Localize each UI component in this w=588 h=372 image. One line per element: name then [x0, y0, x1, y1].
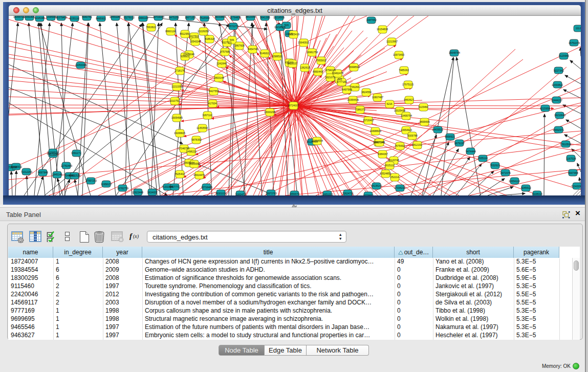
svg-text:(x): (x) — [133, 233, 139, 239]
svg-text:9129966: 9129966 — [559, 54, 569, 57]
svg-text:12213393: 12213393 — [171, 85, 183, 88]
svg-text:9115460: 9115460 — [418, 105, 428, 108]
svg-text:15640910: 15640910 — [298, 41, 309, 44]
svg-text:417004: 417004 — [208, 102, 217, 105]
svg-text:16154838: 16154838 — [377, 28, 388, 31]
svg-text:8958921: 8958921 — [445, 135, 455, 138]
svg-text:7675692: 7675692 — [395, 144, 405, 147]
svg-text:22782489: 22782489 — [61, 164, 72, 167]
svg-text:16033809: 16033809 — [214, 16, 226, 18]
svg-text:16998543: 16998543 — [349, 65, 360, 69]
svg-text:1588520: 1588520 — [272, 55, 282, 58]
svg-text:9699695: 9699695 — [420, 120, 430, 123]
svg-text:18300295: 18300295 — [264, 111, 275, 114]
svg-text:0812191: 0812191 — [412, 143, 422, 146]
svg-text:1167534: 1167534 — [566, 157, 576, 160]
svg-text:9146821: 9146821 — [259, 52, 270, 55]
svg-text:15751074: 15751074 — [569, 41, 580, 45]
svg-text:15716485: 15716485 — [201, 186, 212, 189]
svg-text:8813054: 8813054 — [246, 16, 256, 18]
svg-text:2935114: 2935114 — [477, 157, 487, 160]
svg-text:21053346: 21053346 — [75, 63, 86, 67]
svg-text:8108013: 8108013 — [532, 192, 542, 195]
svg-text:20364436: 20364436 — [347, 98, 359, 101]
svg-text:2867608: 2867608 — [234, 44, 245, 47]
svg-text:2087652: 2087652 — [366, 18, 377, 21]
svg-text:5641395: 5641395 — [260, 16, 270, 19]
svg-text:7485063: 7485063 — [399, 69, 409, 72]
svg-text:12213967: 12213967 — [386, 40, 398, 43]
svg-text:16648784: 16648784 — [449, 51, 460, 54]
svg-text:10807487: 10807487 — [372, 96, 383, 99]
svg-text:10719188: 10719188 — [153, 16, 164, 18]
svg-text:1338908: 1338908 — [46, 16, 56, 18]
svg-text:20091406: 20091406 — [24, 16, 35, 18]
svg-text:3572274: 3572274 — [228, 25, 238, 28]
svg-text:13226058: 13226058 — [198, 30, 209, 33]
svg-text:11325419: 11325419 — [288, 33, 299, 36]
svg-text:8495931: 8495931 — [96, 17, 106, 20]
svg-text:506: 506 — [285, 24, 289, 27]
svg-text:3824554: 3824554 — [361, 91, 372, 94]
svg-text:17810504: 17810504 — [560, 143, 571, 146]
svg-text:8471676: 8471676 — [500, 171, 511, 174]
svg-text:4235116: 4235116 — [69, 17, 79, 20]
svg-text:8990443: 8990443 — [313, 70, 323, 73]
svg-text:3218196: 3218196 — [34, 16, 45, 19]
svg-text:1615112: 1615112 — [384, 164, 394, 167]
svg-text:7955812: 7955812 — [316, 59, 326, 62]
svg-text:9227342: 9227342 — [554, 69, 564, 72]
svg-text:14136141: 14136141 — [371, 184, 382, 187]
svg-text:16671355: 16671355 — [185, 16, 196, 19]
svg-text:16210643: 16210643 — [554, 114, 565, 117]
svg-text:15692971: 15692971 — [553, 128, 564, 132]
svg-text:18724007: 18724007 — [288, 104, 299, 107]
svg-text:8912950: 8912950 — [180, 32, 190, 35]
svg-text:49696532: 49696532 — [11, 165, 22, 168]
svg-text:17334216: 17334216 — [394, 186, 405, 189]
svg-text:32764835: 32764835 — [230, 16, 241, 19]
svg-text:16782759: 16782759 — [117, 187, 128, 190]
svg-text:5940781: 5940781 — [82, 16, 92, 18]
svg-text:16120746: 16120746 — [388, 159, 399, 162]
svg-text:17957253: 17957253 — [85, 179, 97, 182]
svg-text:7632621: 7632621 — [490, 164, 500, 167]
svg-text:1498222: 1498222 — [186, 150, 197, 153]
svg-text:19166825: 19166825 — [174, 132, 185, 135]
svg-text:7663822: 7663822 — [146, 26, 156, 29]
svg-text:6475255: 6475255 — [169, 16, 179, 19]
svg-text:19054985: 19054985 — [171, 116, 183, 119]
svg-text:1845146: 1845146 — [52, 173, 62, 176]
svg-text:9777169: 9777169 — [337, 80, 347, 83]
svg-text:48932528: 48932528 — [69, 174, 80, 177]
svg-text:6773602: 6773602 — [363, 194, 374, 195]
svg-text:11353594: 11353594 — [197, 126, 208, 129]
svg-text:14409511: 14409511 — [432, 128, 443, 131]
svg-text:20206526: 20206526 — [47, 151, 58, 154]
svg-text:36193990: 36193990 — [189, 162, 200, 165]
svg-text:11958157: 11958157 — [101, 183, 112, 186]
svg-text:15276022: 15276022 — [123, 16, 135, 19]
svg-text:72343098: 72343098 — [571, 185, 581, 188]
svg-text:8660124: 8660124 — [165, 30, 176, 33]
svg-text:8454749: 8454749 — [248, 48, 258, 51]
svg-text:10025438: 10025438 — [394, 109, 405, 112]
svg-text:9463627: 9463627 — [404, 98, 414, 101]
svg-text:7625402: 7625402 — [175, 172, 185, 176]
svg-text:1112: 1112 — [576, 27, 581, 30]
svg-text:9474444: 9474444 — [466, 150, 476, 153]
svg-text:6216: 6216 — [386, 102, 392, 105]
svg-text:12093822: 12093822 — [552, 83, 563, 86]
svg-text:3834657: 3834657 — [147, 191, 158, 194]
svg-text:29973763: 29973763 — [266, 192, 277, 195]
svg-text:12444157: 12444157 — [551, 99, 562, 102]
svg-text:10688609: 10688609 — [370, 129, 381, 133]
svg-text:1621072: 1621072 — [325, 76, 335, 79]
svg-text:6466100: 6466100 — [138, 16, 148, 19]
svg-text:10543342: 10543342 — [190, 40, 201, 43]
svg-text:7386372: 7386372 — [355, 108, 365, 111]
svg-text:5183473: 5183473 — [235, 193, 246, 195]
svg-text:5009788: 5009788 — [407, 134, 418, 137]
svg-text:3267110: 3267110 — [202, 114, 212, 117]
svg-text:17975115: 17975115 — [402, 83, 413, 86]
